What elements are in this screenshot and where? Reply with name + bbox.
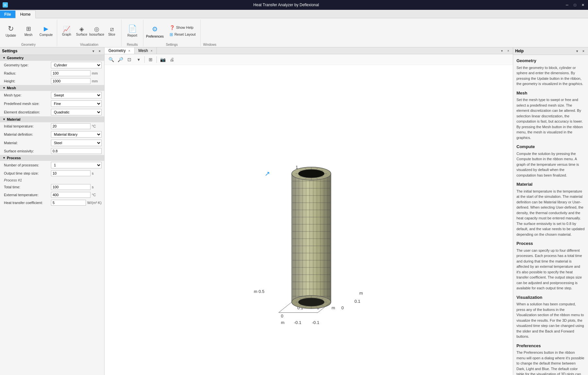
process-section-header[interactable]: ▼ Process	[0, 155, 104, 161]
radius-label: Radius:	[4, 71, 50, 75]
initial-temp-label: Initial temperature:	[4, 124, 50, 128]
minimize-button[interactable]: ─	[564, 2, 570, 8]
viewer-tab-mesh[interactable]: Mesh ×	[135, 47, 157, 54]
output-timestep-value	[51, 170, 90, 176]
output-timestep-input[interactable]	[51, 170, 90, 176]
predefined-mesh-select[interactable]: Coarse Medium Fine Extra Fine	[51, 100, 102, 107]
show-help-label: Show Help	[176, 26, 193, 29]
compute-button[interactable]: ▶ Compute	[38, 22, 54, 40]
viewer-tab-bar: Geometry × Mesh × ▾ ×	[105, 47, 513, 54]
axis-label-neg01: -0.1	[294, 320, 301, 325]
results-group-buttons: 📄 Report	[124, 20, 140, 42]
help-section-text: Compute the solution by pressing the Com…	[516, 151, 585, 178]
output-timestep-unit: s	[92, 171, 102, 175]
axis-label-m2: m	[359, 291, 363, 296]
ribbon-group-visualization: 📈 Graph ◈ Surface ◎ Isosurface ⧄ Slice V…	[60, 20, 122, 46]
slice-icon: ⧄	[110, 26, 114, 33]
graph-button[interactable]: 📈 Graph	[60, 22, 74, 40]
process-section-title: Process	[7, 156, 21, 160]
screenshot-button[interactable]: 📷	[159, 56, 167, 63]
settings-panel: Settings ▾ × ▼ Geometry Geometry type: C…	[0, 47, 105, 375]
graph-label: Graph	[62, 33, 71, 36]
axis-label-m: m	[281, 320, 285, 325]
help-panel-title: Help	[515, 49, 524, 53]
viewer-toolbar: 🔍 🔎 ⊡ ▾ ⊞ 📷 🖨	[105, 54, 513, 65]
viewer-close-btn[interactable]: ×	[506, 48, 511, 53]
report-button[interactable]: 📄 Report	[124, 22, 140, 40]
heat-transfer-unit: W/(m²·K)	[87, 201, 102, 205]
app-icon: H	[3, 2, 8, 8]
surface-button[interactable]: ◈ Surface	[75, 22, 89, 40]
zoom-in-button[interactable]: 🔍	[107, 56, 115, 63]
geometry-type-select[interactable]: Cylinder Block Sphere	[51, 62, 102, 68]
surface-label: Surface	[76, 33, 87, 36]
ribbon-group-update: ↻ Update ⊞ Mesh ▶ Compute Geometry	[3, 20, 57, 46]
element-label: Element discretization:	[4, 110, 50, 114]
ribbon-group-windows: Windows	[203, 20, 219, 46]
surface-emissivity-value	[51, 148, 102, 154]
viewer-tab-geometry[interactable]: Geometry ×	[105, 47, 135, 54]
mesh-section-header[interactable]: ▼ Mesh	[0, 85, 104, 91]
mesh-arrow: ▼	[3, 86, 6, 90]
preferences-button[interactable]: ⚙	[149, 24, 160, 35]
settings-panel-close[interactable]: ×	[97, 48, 102, 54]
radius-value	[51, 70, 90, 76]
help-panel-close[interactable]: ×	[581, 48, 586, 54]
ribbon-tab-home[interactable]: Home	[15, 10, 36, 18]
geometry-section-body: Geometry type: Cylinder Block Sphere Rad…	[0, 61, 104, 85]
external-temp-label: External temperature:	[4, 193, 50, 197]
toolbar-separator-1	[144, 56, 145, 63]
settings-panel-pin[interactable]: ▾	[90, 48, 96, 54]
viewer-canvas: 1 m 0.5 0 0.1 0 m m -0.1 -0.1 0 0.1 m	[105, 65, 513, 375]
material-value: Steel Aluminum Copper	[51, 140, 102, 146]
material-def-select[interactable]: Material library User-defined	[51, 131, 102, 138]
viewer-tab-mesh-close[interactable]: ×	[151, 49, 153, 53]
maximize-button[interactable]: □	[572, 2, 578, 8]
external-temp-input[interactable]	[51, 192, 90, 198]
cylinder-3d-view: 1 m 0.5 0 0.1 0 m m -0.1 -0.1 0 0.1 m	[230, 116, 387, 326]
preferences-icon: ⚙	[152, 25, 158, 33]
viewer-tab-geometry-close[interactable]: ×	[128, 49, 130, 53]
help-section-text: Set the mesh type to swept or free and s…	[516, 97, 585, 140]
surface-icon: ◈	[79, 26, 84, 33]
print-button[interactable]: 🖨	[168, 56, 176, 63]
ribbon-tab-file[interactable]: File	[0, 10, 15, 18]
mesh-label: Mesh	[24, 33, 32, 37]
update-button[interactable]: ↻ Update	[3, 22, 19, 40]
zoom-out-button[interactable]: 🔎	[116, 56, 124, 63]
initial-temp-input[interactable]	[51, 123, 90, 129]
radius-unit: mm	[92, 71, 102, 75]
slice-button[interactable]: ⧄ Slice	[105, 22, 119, 40]
geometry-section-header[interactable]: ▼ Geometry	[0, 55, 104, 61]
viewer-pin-btn[interactable]: ▾	[499, 48, 504, 53]
help-section-title: Material	[516, 181, 585, 188]
isosurface-button[interactable]: ◎ Isosurface	[90, 22, 104, 40]
help-panel-pin[interactable]: ▾	[574, 48, 580, 54]
reset-layout-button[interactable]: ⊞ Reset Layout	[168, 31, 198, 38]
mesh-type-select[interactable]: Swept Free	[51, 92, 102, 98]
titlebar: H Heat Transfer Analyzer by Deflexional …	[0, 0, 588, 10]
grid-button[interactable]: ⊞	[147, 56, 155, 63]
svg-point-34	[298, 169, 324, 178]
axis-label-05: m 0.5	[254, 289, 265, 294]
show-help-button[interactable]: ❓ Show Help	[168, 24, 198, 31]
num-processes-select[interactable]: 1 2 3 4	[51, 162, 102, 168]
initial-temp-value	[51, 123, 90, 129]
close-button[interactable]: ✕	[580, 2, 585, 8]
zoom-dropdown-button[interactable]: ▾	[135, 56, 142, 63]
material-section-header[interactable]: ▼ Material	[0, 116, 104, 122]
height-input[interactable]	[51, 78, 90, 84]
material-select[interactable]: Steel Aluminum Copper	[51, 140, 102, 146]
heat-transfer-input[interactable]	[51, 200, 86, 206]
total-time-input[interactable]	[51, 184, 90, 190]
element-discretization-select[interactable]: Linear Quadratic	[51, 109, 102, 115]
axis-label-0m: m	[332, 305, 335, 310]
total-time-unit: s	[92, 185, 102, 189]
zoom-fit-button[interactable]: ⊡	[125, 56, 133, 63]
radius-input[interactable]	[51, 70, 90, 76]
mesh-button[interactable]: ⊞ Mesh	[20, 22, 37, 40]
settings-group-buttons: ⚙ Preferences ❓ Show Help ⊞ Reset Layout	[146, 20, 198, 42]
surface-emissivity-input[interactable]	[51, 148, 102, 154]
isosurface-label: Isosurface	[89, 33, 104, 36]
geometry-type-label: Geometry type:	[4, 63, 50, 67]
